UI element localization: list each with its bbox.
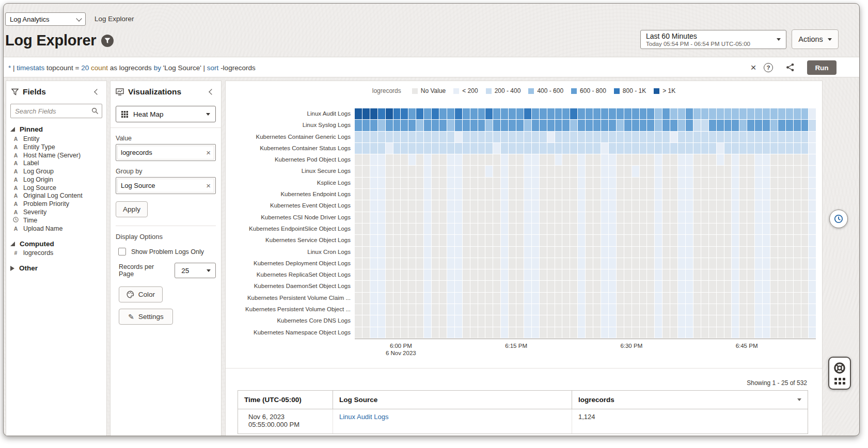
heatmap-cell[interactable] bbox=[362, 304, 370, 315]
heatmap-cell[interactable] bbox=[540, 235, 547, 246]
heatmap-cell[interactable] bbox=[801, 108, 809, 119]
heatmap-cell[interactable] bbox=[662, 327, 670, 338]
heatmap-cell[interactable] bbox=[617, 166, 624, 177]
heatmap-cell[interactable] bbox=[570, 293, 577, 303]
heatmap-cell[interactable] bbox=[770, 178, 778, 188]
query-input[interactable]: * | timestats topcount = 20 count as log… bbox=[8, 57, 256, 78]
heatmap-cell[interactable] bbox=[794, 327, 801, 338]
heatmap-cell[interactable] bbox=[408, 143, 416, 154]
heatmap-cell[interactable] bbox=[709, 108, 716, 119]
heatmap-cell[interactable] bbox=[501, 293, 508, 303]
heatmap-cell[interactable] bbox=[809, 108, 816, 119]
heatmap-cell[interactable] bbox=[463, 304, 470, 315]
heatmap-cell[interactable] bbox=[763, 315, 770, 326]
heatmap-cell[interactable] bbox=[378, 200, 385, 211]
heatmap-cell[interactable] bbox=[416, 166, 423, 177]
heatmap-cell[interactable] bbox=[447, 235, 454, 246]
heatmap-cell[interactable] bbox=[686, 315, 693, 326]
heatmap-cell[interactable] bbox=[386, 200, 393, 211]
heatmap-cell[interactable] bbox=[794, 200, 801, 211]
heatmap-cell[interactable] bbox=[432, 281, 439, 292]
heatmap-cell[interactable] bbox=[717, 189, 724, 200]
heatmap-cell[interactable] bbox=[755, 223, 762, 234]
heatmap-cell[interactable] bbox=[540, 143, 547, 154]
heatmap-cell[interactable] bbox=[432, 189, 439, 200]
heatmap-cell[interactable] bbox=[747, 166, 754, 177]
heatmap-cell[interactable] bbox=[386, 212, 393, 223]
heatmap-cell[interactable] bbox=[786, 143, 793, 154]
heatmap-cell[interactable] bbox=[709, 293, 716, 303]
heatmap-cell[interactable] bbox=[632, 269, 639, 280]
heatmap-cell[interactable] bbox=[463, 293, 470, 303]
heatmap-cell[interactable] bbox=[547, 189, 555, 200]
heatmap-cell[interactable] bbox=[493, 189, 500, 200]
heatmap-cell[interactable] bbox=[770, 315, 778, 326]
heatmap-cell[interactable] bbox=[532, 304, 539, 315]
heatmap-cell[interactable] bbox=[717, 178, 724, 188]
heatmap-cell[interactable] bbox=[424, 212, 431, 223]
heatmap-cell[interactable] bbox=[501, 281, 508, 292]
heatmap-cell[interactable] bbox=[624, 281, 632, 292]
heatmap-cell[interactable] bbox=[386, 281, 393, 292]
heatmap-cell[interactable] bbox=[747, 200, 754, 211]
heatmap-cell[interactable] bbox=[809, 304, 816, 315]
heatmap-cell[interactable] bbox=[439, 281, 447, 292]
heatmap-cell[interactable] bbox=[432, 269, 439, 280]
heatmap-cell[interactable] bbox=[424, 200, 431, 211]
heatmap-cell[interactable] bbox=[701, 258, 708, 269]
field-item-log-origin[interactable]: ALog Origin bbox=[6, 175, 106, 184]
heatmap-cell[interactable] bbox=[601, 200, 608, 211]
heatmap-cell[interactable] bbox=[647, 212, 654, 223]
heatmap-cell[interactable] bbox=[393, 304, 401, 315]
heatmap-cell[interactable] bbox=[532, 132, 539, 142]
heatmap-cell[interactable] bbox=[678, 166, 685, 177]
heatmap-cell[interactable] bbox=[709, 178, 716, 188]
heatmap-cell[interactable] bbox=[501, 269, 508, 280]
heatmap-cell[interactable] bbox=[540, 304, 547, 315]
heatmap-cell[interactable] bbox=[662, 120, 670, 131]
heatmap-cell[interactable] bbox=[624, 212, 632, 223]
heatmap-cell[interactable] bbox=[501, 304, 508, 315]
heatmap-cell[interactable] bbox=[532, 120, 539, 131]
heatmap-cell[interactable] bbox=[747, 178, 754, 188]
heatmap-cell[interactable] bbox=[647, 166, 654, 177]
heatmap-cell[interactable] bbox=[578, 269, 585, 280]
heatmap-cell[interactable] bbox=[739, 154, 747, 165]
heatmap-cell[interactable] bbox=[362, 143, 370, 154]
heatmap-cell[interactable] bbox=[370, 258, 377, 269]
heatmap-cell[interactable] bbox=[747, 293, 754, 303]
heatmap-cell[interactable] bbox=[509, 189, 516, 200]
heatmap-cell[interactable] bbox=[408, 212, 416, 223]
heatmap-cell[interactable] bbox=[532, 327, 539, 338]
heatmap-cell[interactable] bbox=[647, 247, 654, 258]
heatmap-cell[interactable] bbox=[794, 154, 801, 165]
heatmap-cell[interactable] bbox=[578, 247, 585, 258]
heatmap-cell[interactable] bbox=[393, 189, 401, 200]
heatmap-cell[interactable] bbox=[717, 281, 724, 292]
heatmap-cell[interactable] bbox=[401, 293, 408, 303]
heatmap-cell[interactable] bbox=[786, 258, 793, 269]
heatmap-cell[interactable] bbox=[540, 281, 547, 292]
heatmap-cell[interactable] bbox=[617, 258, 624, 269]
heatmap-cell[interactable] bbox=[516, 304, 524, 315]
heatmap-cell[interactable] bbox=[463, 178, 470, 188]
field-item-logrecords[interactable]: #logrecords bbox=[6, 249, 106, 258]
heatmap-cell[interactable] bbox=[408, 166, 416, 177]
heatmap-cell[interactable] bbox=[732, 281, 739, 292]
heatmap-cell[interactable] bbox=[463, 247, 470, 258]
heatmap-cell[interactable] bbox=[493, 327, 500, 338]
heatmap-cell[interactable] bbox=[455, 166, 462, 177]
heatmap-cell[interactable] bbox=[416, 154, 423, 165]
heatmap-cell[interactable] bbox=[439, 132, 447, 142]
heatmap-cell[interactable] bbox=[432, 154, 439, 165]
heatmap-cell[interactable] bbox=[432, 178, 439, 188]
heatmap-cell[interactable] bbox=[786, 315, 793, 326]
heatmap-cell[interactable] bbox=[578, 212, 585, 223]
heatmap-cell[interactable] bbox=[393, 269, 401, 280]
heatmap-cell[interactable] bbox=[739, 315, 747, 326]
heatmap-cell[interactable] bbox=[424, 143, 431, 154]
heatmap-cell[interactable] bbox=[593, 178, 601, 188]
heatmap-cell[interactable] bbox=[755, 132, 762, 142]
heatmap-cell[interactable] bbox=[532, 247, 539, 258]
heatmap-cell[interactable] bbox=[755, 315, 762, 326]
